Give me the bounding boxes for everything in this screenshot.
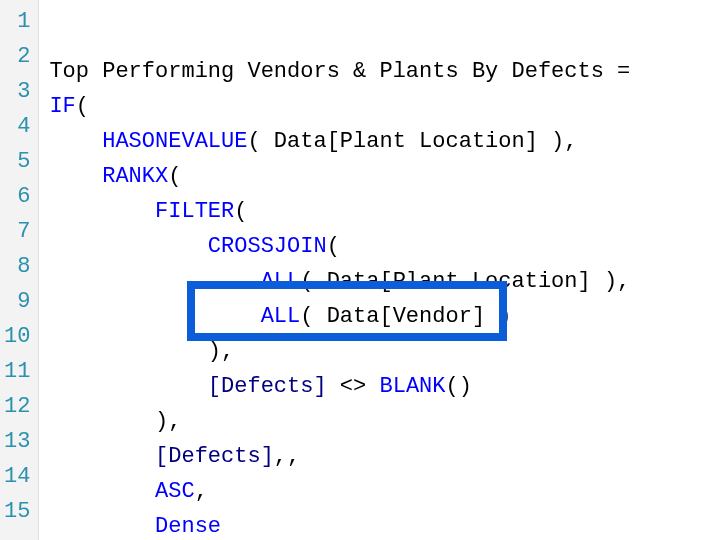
code-token bbox=[49, 269, 260, 294]
code-token: BLANK bbox=[379, 374, 445, 399]
line-number: 5 bbox=[4, 144, 30, 179]
code-token: ,, bbox=[274, 444, 300, 469]
code-token bbox=[49, 199, 155, 224]
code-token: Top Performing Vendors & Plants By Defec… bbox=[49, 59, 630, 84]
code-editor[interactable]: Top Performing Vendors & Plants By Defec… bbox=[39, 0, 722, 540]
code-token bbox=[49, 164, 102, 189]
code-token: ( Data[Vendor] ) bbox=[300, 304, 511, 329]
code-token: IF bbox=[49, 94, 75, 119]
code-token: ( bbox=[168, 164, 181, 189]
line-number: 2 bbox=[4, 39, 30, 74]
code-line[interactable]: FILTER( bbox=[49, 194, 722, 229]
line-number: 15 bbox=[4, 494, 30, 529]
code-token: () bbox=[446, 374, 472, 399]
code-line[interactable]: [Defects] <> BLANK() bbox=[49, 369, 722, 404]
code-token bbox=[49, 304, 260, 329]
code-line[interactable]: [Defects],, bbox=[49, 439, 722, 474]
line-number: 3 bbox=[4, 74, 30, 109]
code-line[interactable]: ), bbox=[49, 334, 722, 369]
code-line[interactable]: Top Performing Vendors & Plants By Defec… bbox=[49, 54, 722, 89]
code-token bbox=[49, 129, 102, 154]
line-number: 12 bbox=[4, 389, 30, 424]
code-line[interactable]: ASC, bbox=[49, 474, 722, 509]
code-token: ( bbox=[76, 94, 89, 119]
code-token: RANKX bbox=[102, 164, 168, 189]
code-token: FILTER bbox=[155, 199, 234, 224]
code-token: CROSSJOIN bbox=[208, 234, 327, 259]
code-line[interactable]: Dense bbox=[49, 509, 722, 540]
code-line[interactable]: ), bbox=[49, 404, 722, 439]
line-number: 9 bbox=[4, 284, 30, 319]
code-token: <> bbox=[327, 374, 380, 399]
code-token: [Defects] bbox=[208, 374, 327, 399]
code-token: ( Data[Plant Location] ), bbox=[300, 269, 630, 294]
code-line[interactable]: ALL( Data[Vendor] ) bbox=[49, 299, 722, 334]
code-token: Dense bbox=[155, 514, 221, 539]
code-token: , bbox=[195, 479, 208, 504]
code-line[interactable]: ALL( Data[Plant Location] ), bbox=[49, 264, 722, 299]
line-number: 11 bbox=[4, 354, 30, 389]
code-line[interactable]: HASONEVALUE( Data[Plant Location] ), bbox=[49, 124, 722, 159]
code-token bbox=[49, 444, 155, 469]
code-token bbox=[49, 514, 155, 539]
code-line[interactable]: RANKX( bbox=[49, 159, 722, 194]
code-line[interactable]: CROSSJOIN( bbox=[49, 229, 722, 264]
code-token: [Defects] bbox=[155, 444, 274, 469]
line-number: 8 bbox=[4, 249, 30, 284]
line-number: 10 bbox=[4, 319, 30, 354]
line-number-gutter: 123456789101112131415 bbox=[0, 0, 39, 540]
line-number: 1 bbox=[4, 4, 30, 39]
code-token bbox=[49, 479, 155, 504]
line-number: 14 bbox=[4, 459, 30, 494]
code-token: HASONEVALUE bbox=[102, 129, 247, 154]
code-token bbox=[49, 234, 207, 259]
code-token bbox=[49, 374, 207, 399]
code-token: ( Data[Plant Location] ), bbox=[247, 129, 577, 154]
code-token: ALL bbox=[261, 304, 301, 329]
code-token: ( bbox=[234, 199, 247, 224]
line-number: 7 bbox=[4, 214, 30, 249]
line-number: 6 bbox=[4, 179, 30, 214]
code-token: ALL bbox=[261, 269, 301, 294]
code-token: ), bbox=[49, 409, 181, 434]
code-token: ), bbox=[49, 339, 234, 364]
line-number: 13 bbox=[4, 424, 30, 459]
line-number: 4 bbox=[4, 109, 30, 144]
code-token: ( bbox=[327, 234, 340, 259]
code-line[interactable]: IF( bbox=[49, 89, 722, 124]
code-token: ASC bbox=[155, 479, 195, 504]
